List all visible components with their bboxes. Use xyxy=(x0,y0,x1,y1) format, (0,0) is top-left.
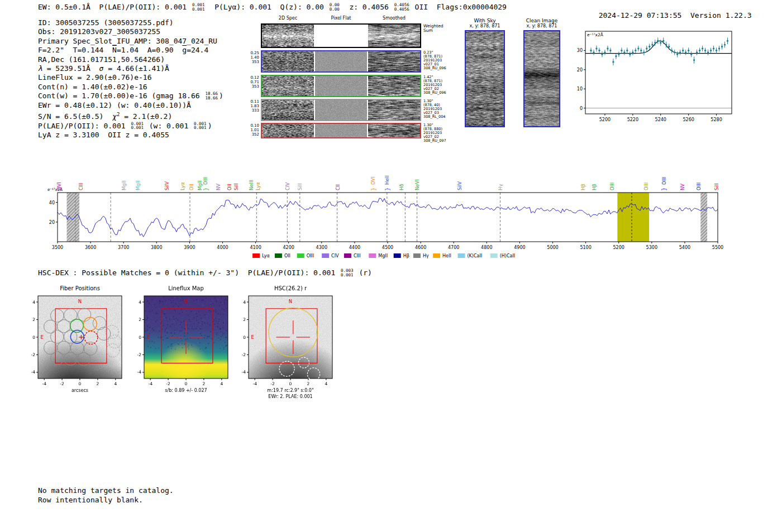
data-point xyxy=(668,46,670,47)
line-fit-svg: 520052205240526052800102030e⁻¹⁷x2Å xyxy=(570,27,744,126)
legend-swatch xyxy=(458,253,465,258)
spec2d-annotation-line: 308_RU_096 xyxy=(423,66,451,70)
extraction-box xyxy=(161,309,213,363)
spec2d-spec-image-row0 xyxy=(262,25,314,47)
doublet-brace: } xyxy=(203,188,209,191)
lineflux-map-overlay: -4-4-2-2002244NEs/b: 0.89 +/- 0.027 xyxy=(127,293,239,402)
info-line-6: λ = 5239.51Å σ = 4.66(±1.41)Å xyxy=(38,64,223,73)
legend-swatch xyxy=(394,253,401,258)
x-tick-label: 4900 xyxy=(514,245,525,250)
spec2d-spec-image-row3 xyxy=(262,100,314,120)
y-tick-label: 30 xyxy=(577,48,583,53)
info-line-12-uncertainty: 0.0010.001 xyxy=(194,122,207,130)
data-point xyxy=(665,44,667,45)
legend-swatch xyxy=(252,253,260,258)
spec2d-cutouts-panel: 2D SpecPixel FlatSmoothedWeightedSum0.25… xyxy=(261,16,454,144)
fiber-circle-dashed xyxy=(108,335,121,348)
x-tick-label: 4 xyxy=(114,381,117,386)
info-line-4-text: g xyxy=(182,46,187,54)
info-line-11-text: χ xyxy=(112,112,117,121)
spec2d-row-3 xyxy=(261,99,421,121)
info-line-5-text: RA,Dec (161.017151,50.564266) xyxy=(38,55,165,64)
data-point xyxy=(693,59,695,61)
info-line-1-text: ID: 3005037255 (3005037255.pdf) xyxy=(38,18,174,27)
spec2d-smooth-image-row4 xyxy=(368,124,420,137)
emission-line-label: SiII xyxy=(714,183,719,190)
emission-line-label: OIII xyxy=(696,183,702,190)
data-point xyxy=(682,50,684,51)
with-sky-panel: With Sky x, y: 878, 871 xyxy=(461,18,508,127)
x-tick-label: -4 xyxy=(252,381,257,386)
summary-uncertainty: 0.40560.4056 xyxy=(394,3,409,11)
lineflux-map-title: Lineflux Map xyxy=(130,285,242,291)
report-version: Version 1.22.3 xyxy=(690,11,752,20)
full-spectrum-svg: 3500360037003800390040004100420043004400… xyxy=(47,146,735,265)
info-line-9-uncertainty: 18.6618.66 xyxy=(205,92,218,100)
x-tick-label: 5280 xyxy=(711,117,722,122)
extraction-box xyxy=(266,309,317,363)
catalog-object-circle xyxy=(279,361,294,376)
line-fit-plot: 520052205240526052800102030e⁻¹⁷x2Å xyxy=(570,27,744,126)
x-tick-label: 5240 xyxy=(655,117,666,122)
legend-label: Hβ xyxy=(403,253,409,258)
data-point xyxy=(699,50,700,51)
data-point xyxy=(727,40,728,42)
footer-line-1: No matching targets in catalog. xyxy=(38,486,174,496)
y-tick-label: 0 xyxy=(139,335,141,340)
data-point xyxy=(593,51,594,53)
data-point xyxy=(713,47,714,49)
summary-uncertainty: 0.000.00 xyxy=(330,3,340,11)
spec2d-fiber-stats-row3: 0.111.83333 xyxy=(245,99,259,113)
target-info-block: ID: 3005037255 (3005037255.pdf)Obs: 2019… xyxy=(38,18,223,140)
data-point xyxy=(595,47,597,49)
hsc-dex-lower: 0.001 xyxy=(341,273,354,277)
x-tick-label: 5100 xyxy=(580,245,591,250)
fiber-circle-dashed xyxy=(106,344,120,357)
legend-swatch xyxy=(322,253,329,258)
east-label: E xyxy=(251,334,254,340)
hsc-dex-uncertainty: 0.0030.001 xyxy=(341,269,354,277)
info-line-9-lower: 18.66 xyxy=(205,96,218,100)
spec2d-fiber-stat: 0.11 xyxy=(245,99,259,104)
x-tick-label: 3700 xyxy=(118,245,129,250)
emission-line-label: HeII xyxy=(384,175,390,185)
spec2d-smooth-image-row2 xyxy=(368,76,420,96)
emission-line-label: MgII xyxy=(135,180,141,190)
emission-line-label: OIII xyxy=(661,177,667,185)
emission-line-label: CIV xyxy=(285,183,290,190)
data-point xyxy=(702,47,703,49)
spec2d-col-header: Smoothed xyxy=(368,16,420,21)
hsc-dex-text: (r) xyxy=(355,269,372,277)
spec2d-flat-image-row4 xyxy=(315,124,367,137)
legend-label: (K)CaII xyxy=(468,253,483,258)
x-tick-label: 5400 xyxy=(679,245,690,250)
x-tick-label: 5000 xyxy=(547,245,558,250)
emission-line-label: Hγ xyxy=(498,184,503,190)
spec2d-smooth-image-row0 xyxy=(368,25,420,47)
data-point xyxy=(621,50,622,51)
emission-line-label: NV xyxy=(216,184,221,190)
spec2d-fiber-stat: 353 xyxy=(245,84,259,89)
data-point xyxy=(679,51,681,53)
data-point xyxy=(604,51,605,53)
summary-header-line: EW: 0.5±0.1Å P(LAE)/P(OII): 0.001 0.0010… xyxy=(38,3,507,12)
y-tick-label: 4 xyxy=(243,300,246,305)
x-tick-label: 4200 xyxy=(283,245,294,250)
emission-line-label: OVI xyxy=(370,176,376,185)
fiber-positions-title: Fiber Positions xyxy=(24,285,136,291)
fiber-positions-overlay: -4-4-2-2002244NEarcsecs xyxy=(21,293,133,402)
spec2d-fiber-stat: 0.25 xyxy=(245,51,259,55)
y-tick-label: -4 xyxy=(242,370,246,375)
y-tick-label: 0 xyxy=(580,106,583,111)
east-label: E xyxy=(146,334,149,340)
legend-swatch xyxy=(344,253,351,258)
data-point xyxy=(635,50,636,51)
spec2d-fiber-stat: 333 xyxy=(245,108,259,113)
with-sky-coords: x, y: 878, 871 xyxy=(461,23,508,28)
emission-line-label: NeIII xyxy=(249,180,254,190)
emission-line-label: Hβ xyxy=(592,184,597,190)
doublet-brace: } xyxy=(661,188,667,191)
info-line-9: Cont(w) = 1.70(±0.00)e-16 (gmag 18.66 18… xyxy=(38,92,223,100)
emission-line-label: SiIV xyxy=(164,181,170,190)
east-label: E xyxy=(40,334,43,340)
